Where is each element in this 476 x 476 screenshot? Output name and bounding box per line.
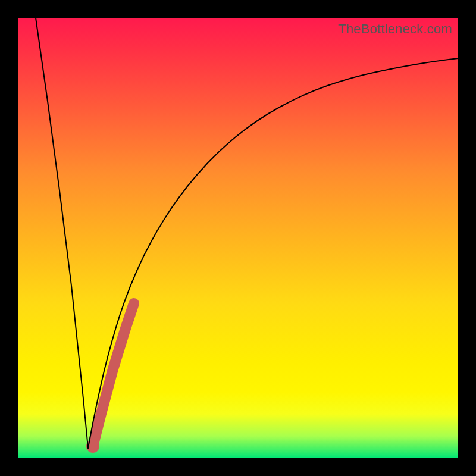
curve-left-branch	[36, 18, 88, 448]
curve-right-branch	[88, 58, 458, 448]
outer-frame: TheBottleneck.com	[0, 0, 476, 476]
highlight-segment	[93, 303, 134, 446]
chart-svg	[18, 18, 458, 458]
plot-area: TheBottleneck.com	[18, 18, 458, 458]
